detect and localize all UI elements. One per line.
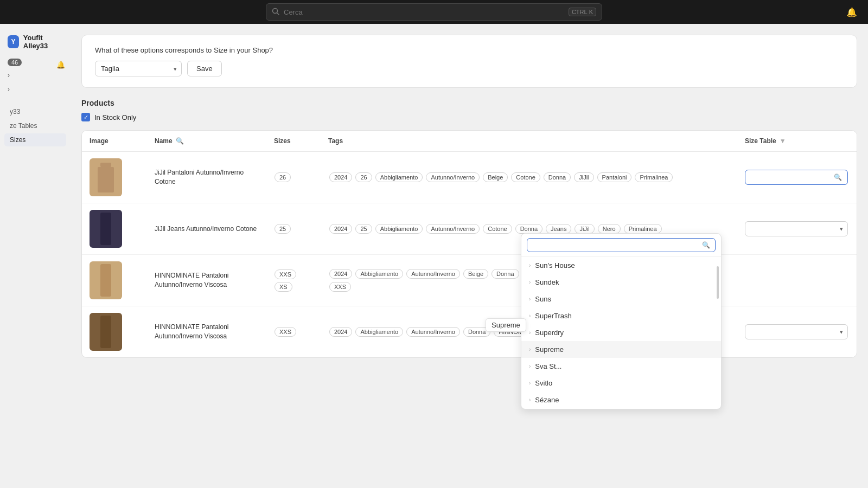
dropdown-item-label: Svitlo	[535, 379, 552, 387]
svg-rect-5	[100, 264, 111, 297]
tag: 25	[355, 224, 372, 234]
size-option-select[interactable]: Taglia	[95, 61, 182, 76]
sidebar-item-ze-tables[interactable]: ze Tables	[4, 119, 66, 132]
dropdown-item-sundek[interactable]: › Sundek	[521, 274, 721, 291]
dropdown-item-sva-st[interactable]: › Sva St...	[521, 358, 721, 375]
tag: Abbigliamento	[355, 269, 403, 279]
tag: Abbigliamento	[375, 172, 423, 182]
sidebar-item-sizes[interactable]: Sizes	[4, 133, 66, 146]
size-table-search-input[interactable]: 🔍	[745, 170, 848, 185]
chevron-icon: ›	[529, 363, 531, 369]
tag: JiJil	[575, 224, 594, 234]
size-table-select-4[interactable]	[745, 324, 848, 339]
products-table: Image Name 🔍 Sizes Tags Size Table ▼	[81, 130, 857, 358]
chevron-icon: ›	[529, 380, 531, 386]
size-badge: XXS	[275, 269, 296, 279]
dropdown-item-superdry[interactable]: › Superdry	[521, 324, 721, 341]
th-image: Image	[82, 131, 147, 151]
size-table-input-field[interactable]	[751, 174, 834, 181]
th-name: Name 🔍	[147, 131, 266, 151]
supreme-tooltip: Supreme	[486, 318, 526, 332]
td-image-2	[82, 203, 147, 254]
main-content: What of these options corresponds to Siz…	[71, 24, 868, 488]
tag: 2024	[329, 172, 352, 182]
svg-rect-2	[100, 163, 111, 167]
dropdown-search-area: 🔍	[521, 234, 721, 257]
dropdown-item-label: Sva St...	[535, 362, 561, 370]
size-table-select-wrapper-2	[745, 221, 848, 236]
td-sizes-1: 26	[266, 165, 321, 189]
sidebar-expand-1[interactable]: ›	[0, 68, 71, 82]
dropdown-search-icon: 🔍	[702, 241, 710, 249]
td-sizes-4: XXS	[266, 320, 321, 344]
topbar: Cerca CTRL K 🔔	[0, 0, 868, 24]
filter-icon[interactable]: ▼	[780, 137, 786, 145]
size-table-dropdown: 🔍 › Sun's House › Sundek › Suns › SuperT…	[521, 233, 722, 409]
dropdown-item-svitlo[interactable]: › Svitlo	[521, 375, 721, 391]
tag: Nero	[598, 224, 621, 234]
chevron-icon: ›	[529, 397, 531, 403]
td-image-3	[82, 255, 147, 306]
td-sizes-2: 25	[266, 217, 321, 241]
td-image-4	[82, 306, 147, 357]
in-stock-row: In Stock Only	[81, 113, 857, 121]
size-badge: 26	[275, 172, 291, 182]
dropdown-item-suns-house[interactable]: › Sun's House	[521, 257, 721, 274]
tag: 26	[355, 172, 372, 182]
dropdown-item-supertrash[interactable]: › SuperTrash	[521, 307, 721, 324]
sidebar-item-y33[interactable]: y33	[4, 105, 66, 118]
sidebar-expand-2[interactable]: ›	[0, 82, 71, 97]
search-icon-name[interactable]: 🔍	[176, 137, 184, 145]
td-name-3: HINNOMINATE Pantaloni Autunno/Inverno Vi…	[147, 265, 266, 296]
size-table-select-wrapper-4	[745, 324, 848, 339]
sidebar-logo[interactable]: Y Youfit Alley33	[0, 29, 71, 54]
tag: 2024	[329, 269, 352, 279]
sidebar-nav: y33 ze Tables Sizes	[0, 105, 71, 147]
dropdown-item-supreme[interactable]: › Supreme	[521, 341, 721, 358]
dropdown-item-label: Supreme	[535, 345, 564, 354]
td-size-table-4	[737, 318, 857, 346]
size-table-select-2[interactable]	[745, 221, 848, 236]
tag: Donna	[515, 224, 542, 234]
product-image-2	[90, 210, 122, 248]
svg-rect-3	[98, 167, 114, 192]
table-row: HINNOMINATE Pantaloni Autunno/Inverno Vi…	[82, 306, 857, 357]
logo-icon: Y	[8, 35, 19, 48]
notification-icon[interactable]: 🔔	[56, 61, 65, 69]
chevron-icon: ›	[529, 279, 531, 285]
tag: Beige	[483, 172, 508, 182]
sidebar-app-name: Youfit Alley33	[23, 34, 63, 50]
size-option-select-wrapper: Taglia	[95, 61, 182, 76]
save-button[interactable]: Save	[187, 61, 222, 76]
bell-icon[interactable]: 🔔	[846, 7, 857, 17]
config-card: What of these options corresponds to Siz…	[81, 35, 857, 88]
tag: Autunno/Inverno	[406, 269, 460, 279]
tag: Primalinea	[624, 224, 662, 234]
tag: XXS	[329, 282, 351, 292]
td-size-table-1: 🔍	[737, 163, 857, 191]
dropdown-item-t-statnaia[interactable]: › T. Statnaia	[521, 408, 721, 409]
search-bar[interactable]: Cerca CTRL K	[266, 3, 602, 21]
tag: 2024	[329, 327, 352, 337]
chevron-icon: ›	[529, 296, 531, 302]
size-badge: 25	[275, 224, 291, 234]
td-tags-1: 2024 26 Abbigliamento Autunno/Inverno Be…	[321, 165, 737, 190]
tag: Autunno/Inverno	[426, 224, 480, 234]
product-image-3	[90, 261, 122, 299]
products-section-label: Products	[81, 99, 857, 107]
tag: Beige	[463, 269, 488, 279]
svg-rect-4	[100, 213, 111, 245]
dropdown-search-input[interactable]	[527, 238, 716, 252]
dropdown-item-sezane[interactable]: › Sézane	[521, 391, 721, 408]
svg-line-1	[277, 12, 279, 15]
tag: Jeans	[546, 224, 571, 234]
chevron-icon: ›	[529, 262, 531, 268]
dropdown-item-suns[interactable]: › Suns	[521, 291, 721, 307]
table-row: JiJil Jeans Autunno/Inverno Cotone 25 20…	[82, 203, 857, 255]
tag: Autunno/Inverno	[426, 172, 480, 182]
td-sizes-3: XXS XS	[266, 262, 321, 299]
svg-rect-6	[100, 316, 111, 348]
in-stock-checkbox[interactable]	[81, 113, 90, 121]
chevron-right-icon: ›	[8, 72, 10, 79]
search-icon-input: 🔍	[834, 174, 842, 181]
